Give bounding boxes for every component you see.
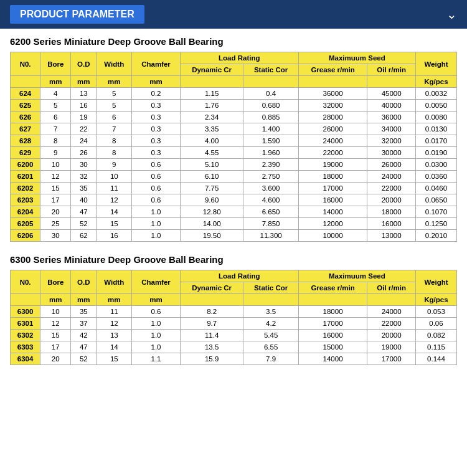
col-static: Static Cor	[243, 64, 298, 76]
col-od-unit-2: mm	[71, 294, 97, 306]
header-bar: PRODUCT PARAMETER ⌄	[0, 0, 467, 29]
table-row: 9.60	[180, 194, 243, 206]
table-row: 24000	[367, 171, 416, 183]
col-dynamic-unit	[180, 76, 243, 88]
col-dynamic-unit-2	[180, 294, 243, 306]
table-row: 15.9	[180, 353, 243, 365]
col-no-unit-2	[11, 294, 40, 306]
table-row: 37	[71, 318, 97, 330]
col-width: Width	[97, 52, 132, 76]
col-chamfer-2: Chamfer	[132, 270, 181, 294]
table-row: 5.45	[243, 330, 298, 341]
table-row: 15	[97, 218, 132, 230]
table-row: 0.3	[132, 147, 181, 159]
table-row: 26000	[367, 159, 416, 171]
table-row: 22	[71, 123, 97, 135]
table-row: 0.0300	[415, 159, 456, 171]
table-6200: N0. Bore O.D Width Chamfer Load Rating M…	[10, 52, 457, 242]
table-row: 1.0	[132, 206, 181, 218]
col-weight-unit: Kg/pcs	[415, 76, 456, 88]
col-no-unit	[11, 76, 40, 88]
col-width-2: Width	[97, 270, 132, 294]
table-row: 3.35	[180, 123, 243, 135]
table-row: 1.15	[180, 88, 243, 100]
table-row: 32000	[298, 100, 367, 112]
table-row: 0.6	[132, 194, 181, 206]
table-row: 16000	[298, 330, 367, 341]
table-row: 47	[71, 206, 97, 218]
table-row: 35	[71, 306, 97, 318]
table-row: 5	[97, 100, 132, 112]
table-row-id: 624	[11, 88, 40, 100]
table-row-id: 6204	[11, 206, 40, 218]
table-row: 47	[71, 341, 97, 353]
table-row: 11.4	[180, 330, 243, 341]
table-row: 1.0	[132, 218, 181, 230]
product-parameter-title: PRODUCT PARAMETER	[10, 5, 144, 24]
table-row-id: 6201	[11, 171, 40, 183]
table-row: 0.0190	[415, 147, 456, 159]
table-row: 4.55	[180, 147, 243, 159]
col-chamfer: Chamfer	[132, 52, 181, 76]
section-6200: 6200 Series Miniature Deep Groove Ball B…	[0, 29, 467, 247]
table-row: 0.680	[243, 100, 298, 112]
table-row: 6.650	[243, 206, 298, 218]
table-row: 17	[40, 341, 71, 353]
table-row: 20	[40, 353, 71, 365]
table-row: 52	[71, 353, 97, 365]
table-row: 14000	[298, 353, 367, 365]
table-row: 0.885	[243, 112, 298, 123]
col-dynamic: Dynamic Cr	[180, 64, 243, 76]
table-row: 19000	[298, 159, 367, 171]
table-row: 1.0	[132, 341, 181, 353]
col-static-unit-2	[243, 294, 298, 306]
table-row: 40	[71, 194, 97, 206]
table-row: 15	[40, 183, 71, 194]
table-row: 3.5	[243, 306, 298, 318]
table-row: 0.115	[415, 341, 456, 353]
table-row: 6	[97, 112, 132, 123]
table-row: 12	[40, 171, 71, 183]
table-row: 5	[97, 88, 132, 100]
table-row: 32	[71, 171, 97, 183]
table-row: 12000	[298, 218, 367, 230]
table-row: 0.06	[415, 318, 456, 330]
table-row: 9	[97, 159, 132, 171]
table-row: 8	[40, 135, 71, 147]
table-row: 25	[40, 218, 71, 230]
table-row: 0.3	[132, 112, 181, 123]
table-row: 19000	[367, 341, 416, 353]
table-row: 62	[71, 230, 97, 242]
table-row: 52	[71, 218, 97, 230]
table-row: 4.2	[243, 318, 298, 330]
table-row: 0.1250	[415, 218, 456, 230]
table-row-id: 6205	[11, 218, 40, 230]
col-no-2: N0.	[11, 270, 40, 294]
col-grease: Grease r/min	[298, 64, 367, 76]
table-row: 0.0170	[415, 135, 456, 147]
table-row: 18000	[298, 306, 367, 318]
table-row: 7.9	[243, 353, 298, 365]
table-row: 24	[71, 135, 97, 147]
col-width-unit: mm	[97, 76, 132, 88]
table-row: 1.0	[132, 330, 181, 341]
table-row-id: 626	[11, 112, 40, 123]
table-row: 15	[97, 353, 132, 365]
table-row: 36000	[367, 112, 416, 123]
table-row: 10	[97, 171, 132, 183]
table-row: 16	[71, 100, 97, 112]
table-row: 30000	[367, 147, 416, 159]
table-row: 14.00	[180, 218, 243, 230]
chevron-down-icon[interactable]: ⌄	[446, 7, 457, 22]
table-row: 12	[40, 318, 71, 330]
col-grease-unit-2	[298, 294, 367, 306]
table-row: 22000	[367, 183, 416, 194]
col-od-2: O.D	[71, 270, 97, 294]
table-row: 0.6	[132, 183, 181, 194]
col-load-rating: Load Rating	[180, 52, 298, 64]
table-row: 0.0460	[415, 183, 456, 194]
table-row: 0.0080	[415, 112, 456, 123]
table-row: 9	[40, 147, 71, 159]
table-row: 26000	[298, 123, 367, 135]
col-dynamic-2: Dynamic Cr	[180, 282, 243, 294]
